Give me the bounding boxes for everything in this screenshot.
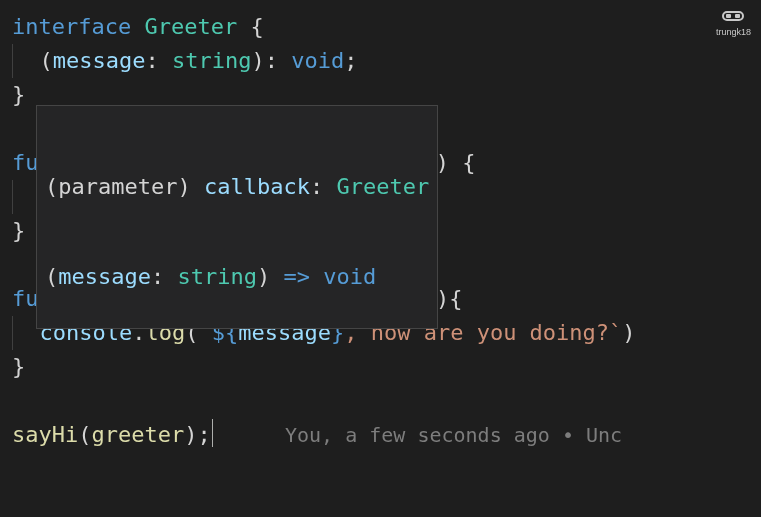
keyword: void: [291, 48, 344, 73]
caret-icon: [212, 419, 213, 447]
tooltip-row: (message: string) => void: [45, 262, 429, 292]
code-line[interactable]: }: [12, 350, 761, 384]
code-line[interactable]: interface Greeter {: [12, 10, 761, 44]
type-name: Greeter: [144, 14, 237, 39]
parameter: message: [53, 48, 146, 73]
code-line[interactable]: sayHi(greeter); You, a few seconds ago •…: [12, 418, 761, 452]
type-name: string: [172, 48, 251, 73]
brace: {: [250, 14, 263, 39]
argument: greeter: [91, 422, 184, 447]
code-line[interactable]: (message: string): void;: [12, 44, 761, 78]
function-call: sayHi: [12, 422, 78, 447]
keyword: interface: [12, 14, 131, 39]
hover-tooltip: (parameter) callback: Greeter (message: …: [36, 105, 438, 329]
git-blame-annotation: You, a few seconds ago • Unc: [285, 423, 622, 447]
tooltip-row: (parameter) callback: Greeter: [45, 172, 429, 202]
code-line[interactable]: [12, 384, 761, 418]
